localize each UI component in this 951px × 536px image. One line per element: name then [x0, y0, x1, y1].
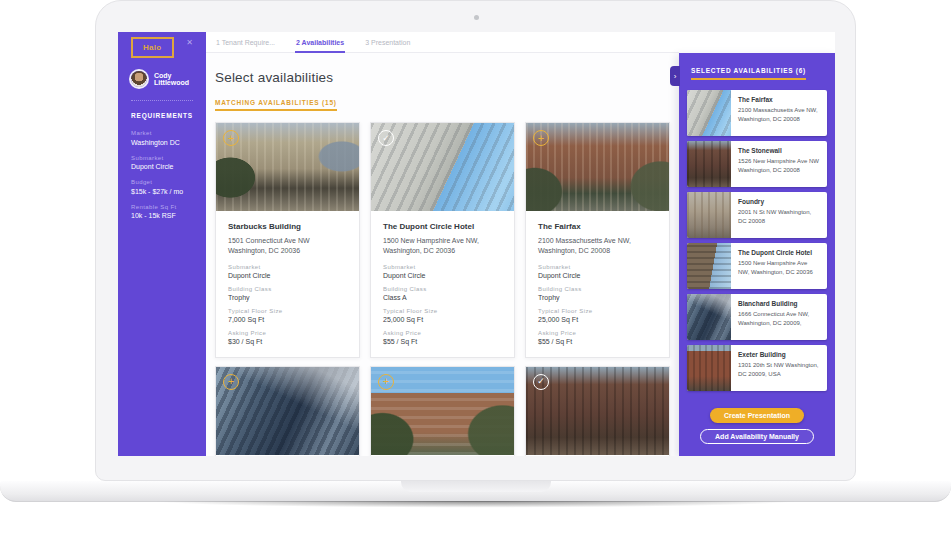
field-value: $55 / Sq Ft — [383, 338, 502, 345]
property-address: 2100 Massachusetts Ave NW, Washington, D… — [538, 236, 657, 256]
field-value: Dupont Circle — [131, 163, 193, 170]
create-presentation-button[interactable]: Create Presentation — [710, 408, 804, 423]
field-label: Building Class — [538, 286, 657, 292]
property-photo: ✓ — [526, 367, 669, 455]
selected-availabilities-panel: › SELECTED AVAILABILITIES (6) The Fairfa… — [679, 53, 835, 456]
field-value: Class A — [383, 294, 502, 301]
selected-item-name: Exeter Building — [738, 351, 820, 358]
user-profile: Cody Littlewood — [131, 71, 193, 87]
add-availability-manually-button[interactable]: Add Availability Manually — [700, 429, 814, 444]
property-photo: + — [371, 367, 514, 455]
availabilities-content: Select availabilities MATCHING AVAILABIL… — [206, 53, 679, 456]
selected-item-name: Foundry — [738, 198, 820, 205]
field-value: $15k - $27k / mo — [131, 188, 193, 195]
selected-item-name: The Stonewall — [738, 147, 820, 154]
laptop-screen: Halo ✕ Cody Littlewood REQUIREMENTS Mark… — [95, 0, 856, 481]
field-value: 25,000 Sq Ft — [538, 316, 657, 323]
property-thumbnail — [687, 294, 731, 340]
property-card-stonewall[interactable]: ✓ The Stonewall — [525, 366, 670, 456]
add-circle-icon[interactable]: + — [223, 374, 239, 390]
user-name: Cody Littlewood — [154, 72, 193, 86]
field-label: Asking Price — [538, 330, 657, 336]
selected-item-address: 1500 New Hampshire Ave NW, Washington, D… — [738, 259, 820, 276]
requirements-title: REQUIREMENTS — [131, 112, 193, 119]
divider — [131, 100, 193, 101]
tab-availabilities[interactable]: 2 Availabilities — [295, 33, 345, 52]
requirement-budget: Budget $15k - $27k / mo — [131, 179, 193, 195]
field-label: Typical Floor Size — [383, 308, 502, 314]
field-value: $30 / Sq Ft — [228, 338, 347, 345]
property-name: The Dupont Circle Hotel — [383, 222, 502, 231]
field-label: Building Class — [228, 286, 347, 292]
property-address: 1500 New Hampshire Ave NW, Washington, D… — [383, 236, 502, 256]
field-label: Submarket — [131, 155, 193, 161]
left-sidebar: Halo ✕ Cody Littlewood REQUIREMENTS Mark… — [118, 32, 206, 456]
page-title: Select availabilities — [215, 70, 679, 85]
requirement-market: Market Washington DC — [131, 130, 193, 146]
selected-item-dupont-circle-hotel[interactable]: The Dupont Circle Hotel 1500 New Hampshi… — [687, 243, 827, 289]
selected-check-icon[interactable]: ✓ — [378, 130, 394, 146]
main-area: 1 Tenant Require... 2 Availabilities 3 P… — [206, 32, 679, 456]
property-thumbnail — [687, 141, 731, 187]
selected-check-icon[interactable]: ✓ — [533, 374, 549, 390]
field-value: Washington DC — [131, 139, 193, 146]
field-value: 25,000 Sq Ft — [383, 316, 502, 323]
property-name: The Fairfax — [538, 222, 657, 231]
requirement-submarket: Submarket Dupont Circle — [131, 155, 193, 171]
avatar — [131, 71, 147, 87]
field-label: Submarket — [383, 264, 502, 270]
property-card-fairfax[interactable]: + The Fairfax 2100 Massachusetts Ave NW,… — [525, 122, 670, 358]
selected-item-stonewall[interactable]: The Stonewall 1526 New Hampshire Ave NW … — [687, 141, 827, 187]
close-icon[interactable]: ✕ — [186, 38, 193, 47]
property-card-starbucks[interactable]: + Starbucks Building 1501 Connecticut Av… — [215, 122, 360, 358]
property-card-dupont-circle-hotel[interactable]: ✓ The Dupont Circle Hotel 1500 New Hamps… — [370, 122, 515, 358]
field-label: Market — [131, 130, 193, 136]
add-circle-icon[interactable]: + — [533, 130, 549, 146]
selected-item-name: The Fairfax — [738, 96, 820, 103]
selected-item-blanchard[interactable]: Blanchard Building 1666 Connecticut Ave … — [687, 294, 827, 340]
field-value: Trophy — [228, 294, 347, 301]
selected-availabilities-title: SELECTED AVAILABILITIES (6) — [691, 67, 806, 80]
field-label: Asking Price — [383, 330, 502, 336]
selected-item-address: 1301 20th St NW Washington, DC 20009, US… — [738, 361, 820, 378]
selected-item-address: 1666 Connecticut Ave NW, Washington, DC … — [738, 310, 820, 327]
selected-item-address: 1526 New Hampshire Ave NW Washington, DC… — [738, 157, 820, 174]
property-photo: ✓ — [371, 123, 514, 211]
webcam-dot — [474, 15, 479, 20]
add-circle-icon[interactable]: + — [378, 374, 394, 390]
chevron-right-icon: › — [674, 72, 677, 81]
field-value: $55 / Sq Ft — [538, 338, 657, 345]
panel-collapse-handle[interactable]: › — [670, 66, 680, 86]
property-card-dumbarton[interactable]: + Dumbarton Place — [370, 366, 515, 456]
field-label: Submarket — [228, 264, 347, 270]
halo-logo: Halo — [131, 37, 174, 58]
tab-tenant-requirements[interactable]: 1 Tenant Require... — [215, 33, 276, 52]
field-label: Typical Floor Size — [538, 308, 657, 314]
app-window: Halo ✕ Cody Littlewood REQUIREMENTS Mark… — [118, 32, 835, 456]
field-value: 10k - 15k RSF — [131, 212, 193, 219]
property-thumbnail — [687, 192, 731, 238]
add-circle-icon[interactable]: + — [223, 130, 239, 146]
field-label: Building Class — [383, 286, 502, 292]
property-thumbnail — [687, 345, 731, 391]
property-address: 1501 Connecticut Ave NW Washington, DC 2… — [228, 236, 347, 256]
property-photo: + — [216, 367, 359, 455]
panel-buttons: Create Presentation Add Availability Man… — [687, 404, 827, 456]
selected-item-address: 2100 Massachusetts Ave NW, Washington, D… — [738, 106, 820, 123]
laptop-base — [0, 481, 951, 502]
requirement-rentable-sqft: Rentable Sq Ft 10k - 15k RSF — [131, 204, 193, 220]
field-value: Dupont Circle — [228, 272, 347, 279]
selected-item-exeter[interactable]: Exeter Building 1301 20th St NW Washingt… — [687, 345, 827, 391]
property-photo: + — [216, 123, 359, 211]
field-value: 7,000 Sq Ft — [228, 316, 347, 323]
tab-presentation[interactable]: 3 Presentation — [364, 33, 411, 52]
field-value: Trophy — [538, 294, 657, 301]
selected-item-fairfax[interactable]: The Fairfax 2100 Massachusetts Ave NW, W… — [687, 90, 827, 136]
property-name: Starbucks Building — [228, 222, 347, 231]
field-label: Rentable Sq Ft — [131, 204, 193, 210]
selected-item-name: The Dupont Circle Hotel — [738, 249, 820, 256]
property-card-blanchard[interactable]: + Blanchard Building — [215, 366, 360, 456]
field-label: Typical Floor Size — [228, 308, 347, 314]
property-thumbnail — [687, 90, 731, 136]
selected-item-foundry[interactable]: Foundry 2001 N St NW Washington, DC 2000… — [687, 192, 827, 238]
